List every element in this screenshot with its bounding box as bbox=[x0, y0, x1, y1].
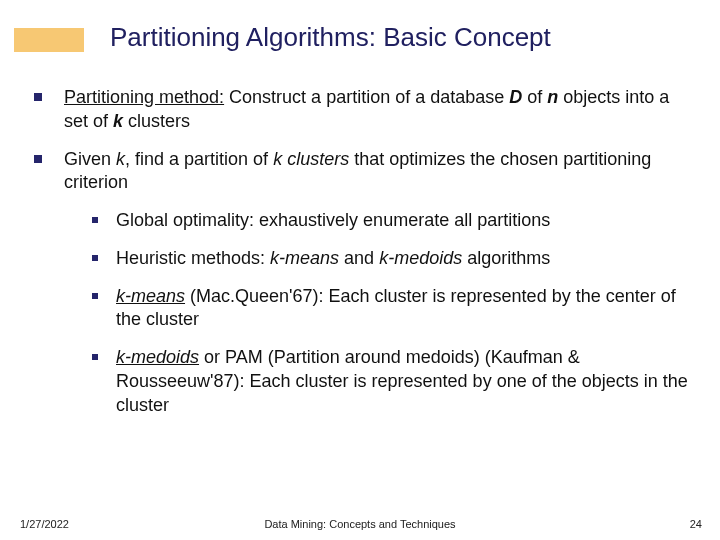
accent-bar bbox=[14, 28, 84, 52]
footer-title: Data Mining: Concepts and Techniques bbox=[0, 518, 720, 530]
sub-bullet-heuristic: Heuristic methods: k-means and k-medoids… bbox=[92, 247, 690, 271]
square-bullet-icon bbox=[92, 293, 98, 299]
underline-text: Partitioning method: bbox=[64, 87, 224, 107]
bullet-text: Partitioning method: Construct a partiti… bbox=[64, 86, 690, 134]
square-bullet-icon bbox=[34, 93, 42, 101]
bullet-given-k: Given k, find a partition of k clusters … bbox=[34, 148, 690, 196]
slide-title: Partitioning Algorithms: Basic Concept bbox=[110, 22, 690, 53]
square-bullet-icon bbox=[92, 217, 98, 223]
var-D: D bbox=[509, 87, 522, 107]
var-k-means: k-means bbox=[270, 248, 339, 268]
var-k: k bbox=[116, 149, 125, 169]
slide-body: Partitioning method: Construct a partiti… bbox=[34, 86, 690, 431]
square-bullet-icon bbox=[34, 155, 42, 163]
sub-bullet-text: k-means (Mac.Queen'67): Each cluster is … bbox=[116, 285, 690, 333]
var-k-medoids-ul: k-medoids bbox=[116, 347, 199, 367]
square-bullet-icon bbox=[92, 354, 98, 360]
var-n: n bbox=[547, 87, 558, 107]
square-bullet-icon bbox=[92, 255, 98, 261]
var-k: k bbox=[113, 111, 123, 131]
text-run: Construct a partition of a database bbox=[224, 87, 509, 107]
bullet-partitioning-method: Partitioning method: Construct a partiti… bbox=[34, 86, 690, 134]
sub-bullet-group: Global optimality: exhaustively enumerat… bbox=[92, 209, 690, 417]
text-run: Given bbox=[64, 149, 116, 169]
text-run: of bbox=[522, 87, 547, 107]
sub-bullet-text: k-medoids or PAM (Partition around medoi… bbox=[116, 346, 690, 417]
text-run: (Mac.Queen'67): Each cluster is represen… bbox=[116, 286, 676, 330]
var-k-clusters: k clusters bbox=[273, 149, 349, 169]
sub-bullet-kmeans: k-means (Mac.Queen'67): Each cluster is … bbox=[92, 285, 690, 333]
var-k-means-ul: k-means bbox=[116, 286, 185, 306]
text-run: clusters bbox=[123, 111, 190, 131]
bullet-text: Given k, find a partition of k clusters … bbox=[64, 148, 690, 196]
sub-bullet-global-opt: Global optimality: exhaustively enumerat… bbox=[92, 209, 690, 233]
sub-bullet-text: Global optimality: exhaustively enumerat… bbox=[116, 209, 690, 233]
text-run: Heuristic methods: bbox=[116, 248, 270, 268]
sub-bullet-text: Heuristic methods: k-means and k-medoids… bbox=[116, 247, 690, 271]
text-run: and bbox=[339, 248, 379, 268]
sub-bullet-kmedoids: k-medoids or PAM (Partition around medoi… bbox=[92, 346, 690, 417]
var-k-medoids: k-medoids bbox=[379, 248, 462, 268]
slide-number: 24 bbox=[690, 518, 702, 530]
text-run: , find a partition of bbox=[125, 149, 273, 169]
text-run: algorithms bbox=[462, 248, 550, 268]
text-run: or PAM (Partition around medoids) (Kaufm… bbox=[116, 347, 688, 415]
